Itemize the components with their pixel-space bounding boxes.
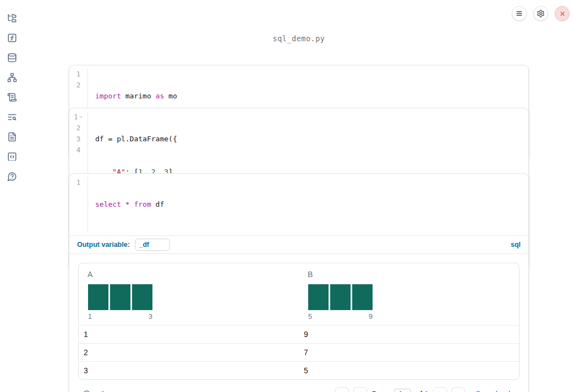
histogram-axis: 1 3 xyxy=(88,313,152,321)
database-icon[interactable] xyxy=(7,53,17,63)
pagination: Page 1 of 1 Download xyxy=(335,387,518,392)
cell-b: 7 xyxy=(299,348,519,357)
fold-chevron-icon[interactable] xyxy=(79,115,83,119)
line-number: 2 xyxy=(69,123,88,134)
code-token: select xyxy=(95,200,121,208)
axis-min: 1 xyxy=(88,313,92,321)
code-token: df xyxy=(151,200,164,208)
scratchpad-icon[interactable] xyxy=(7,92,17,102)
dependency-graph-icon[interactable] xyxy=(7,73,17,82)
page-of-label: of 1 xyxy=(416,390,428,392)
dataframe-table: A 1 3 B xyxy=(78,263,520,380)
gear-icon xyxy=(537,9,545,18)
last-page-button[interactable] xyxy=(451,387,465,392)
cell-a: 2 xyxy=(79,348,299,357)
line-number: 1 xyxy=(74,112,78,123)
function-icon[interactable] xyxy=(7,33,17,43)
output-variable-input[interactable] xyxy=(135,239,170,251)
snippets-icon[interactable] xyxy=(7,152,17,162)
line-number: 1 xyxy=(69,69,88,80)
histogram-bar xyxy=(88,284,108,310)
documentation-icon[interactable] xyxy=(7,132,17,142)
sql-cell-footer: Output variable: sql xyxy=(69,235,528,253)
row-count: 3 rows xyxy=(101,390,123,392)
table-row[interactable]: 3 5 xyxy=(79,361,519,379)
menu-button[interactable] xyxy=(512,6,527,21)
code-token xyxy=(121,200,125,208)
cell-a: 1 xyxy=(79,330,299,339)
line-number: 3 xyxy=(69,134,88,145)
shutdown-button[interactable] xyxy=(555,6,570,21)
code-token: mo xyxy=(164,92,177,100)
axis-max: 9 xyxy=(369,313,373,321)
file-tree-icon[interactable] xyxy=(7,13,17,23)
helper-sidebar xyxy=(0,0,24,181)
code-token: * xyxy=(125,200,130,208)
histogram-bar xyxy=(308,284,329,310)
code-token: marimo xyxy=(121,92,156,100)
table-footer: 3 rows Page 1 of 1 xyxy=(78,384,520,392)
download-button[interactable]: Download xyxy=(476,390,518,392)
column-summary-a: A 1 3 xyxy=(79,263,299,325)
column-header[interactable]: A xyxy=(88,270,299,279)
histogram-a xyxy=(88,284,299,310)
code-token: from xyxy=(134,200,151,208)
close-icon xyxy=(559,10,566,17)
histogram-b xyxy=(308,284,519,310)
page-select[interactable]: 1 xyxy=(394,389,411,392)
histogram-axis: 5 9 xyxy=(308,313,373,321)
page-select-value: 1 xyxy=(398,390,402,392)
column-header[interactable]: B xyxy=(308,270,519,279)
code-token: as xyxy=(156,92,165,100)
search-icon[interactable] xyxy=(83,390,91,392)
cell-a: 3 xyxy=(79,366,299,375)
table-row[interactable]: 1 9 xyxy=(79,325,519,343)
download-label: Download xyxy=(476,390,510,392)
notebook-actions xyxy=(512,6,570,21)
cell-b: 5 xyxy=(299,366,519,375)
axis-max: 3 xyxy=(149,313,152,321)
histogram-bar xyxy=(110,284,130,310)
line-number: 2 xyxy=(69,80,88,91)
code-token: import xyxy=(95,92,121,100)
prev-page-button[interactable] xyxy=(353,387,367,392)
settings-button[interactable] xyxy=(533,6,548,21)
axis-min: 5 xyxy=(308,313,312,321)
output-variable-label: Output variable: xyxy=(77,241,130,249)
first-page-button[interactable] xyxy=(335,387,349,392)
notebook-filename: sql_demo.py xyxy=(69,34,529,43)
sql-cell[interactable]: 1 select * from df Output variable: sql … xyxy=(69,173,529,392)
code-content: select * from df xyxy=(88,177,164,232)
line-number: 1 xyxy=(69,177,88,188)
language-badge: sql xyxy=(511,241,521,249)
table-row[interactable]: 2 7 xyxy=(79,343,519,361)
sql-output: A 1 3 B xyxy=(69,253,528,392)
line-number-gutter: 1 xyxy=(69,177,88,232)
line-number: 4 xyxy=(69,145,88,156)
search-logs-icon[interactable] xyxy=(7,112,17,122)
column-summary-b: B 5 9 xyxy=(299,263,519,325)
histogram-bar xyxy=(352,284,373,310)
page-label: Page xyxy=(371,390,390,392)
code-token: df = pl.DataFrame({ xyxy=(95,135,177,143)
menu-icon xyxy=(516,10,523,17)
sql-editor[interactable]: 1 select * from df xyxy=(69,174,528,235)
cell-b: 9 xyxy=(299,330,519,339)
help-chat-icon[interactable] xyxy=(7,172,17,181)
histogram-bar xyxy=(330,284,351,310)
histogram-bar xyxy=(132,284,152,310)
next-page-button[interactable] xyxy=(433,387,447,392)
column-summaries: A 1 3 B xyxy=(79,263,519,325)
